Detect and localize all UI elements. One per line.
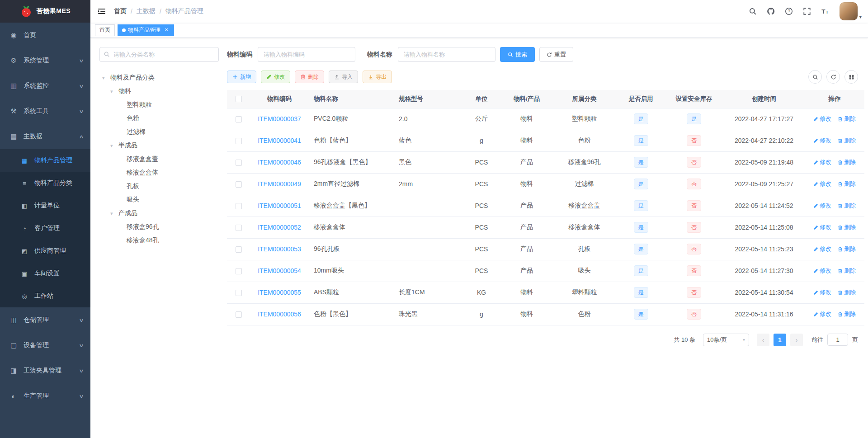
sidebar-item-fixture-management[interactable]: ◨工装夹具管理∨ [0,358,90,383]
row-edit-link[interactable]: 修改 [813,115,831,123]
safety-stock-tag[interactable]: 否 [687,287,701,298]
add-button[interactable]: 新增 [227,71,256,83]
tab-home[interactable]: 首页 [95,24,115,36]
hamburger-icon[interactable] [90,0,113,23]
columns-icon[interactable] [844,70,858,84]
material-code-link[interactable]: ITEM00000055 [258,289,301,296]
tree-node[interactable]: ▾产成品 [99,207,219,220]
sidebar-item-warehouse-management[interactable]: ◫仓储管理∨ [0,307,90,333]
material-code-link[interactable]: ITEM00000053 [258,245,301,253]
safety-stock-tag[interactable]: 否 [687,222,701,233]
safety-stock-tag[interactable]: 否 [687,309,701,320]
enabled-tag[interactable]: 是 [634,157,648,168]
row-delete-link[interactable]: 删除 [838,245,856,253]
row-delete-link[interactable]: 删除 [838,310,856,318]
tree-node[interactable]: 塑料颗粒 [99,98,219,112]
sidebar-subitem-workstation[interactable]: ◎工作站 [0,285,90,307]
row-checkbox[interactable] [236,181,242,188]
tree-node[interactable]: 移液盒96孔 [99,220,219,234]
row-checkbox[interactable] [236,246,242,253]
question-icon[interactable]: ? [780,0,798,23]
row-delete-link[interactable]: 删除 [838,223,856,231]
row-edit-link[interactable]: 修改 [813,137,831,145]
category-search-input[interactable] [99,47,219,62]
material-code-link[interactable]: ITEM00000056 [258,311,301,318]
github-icon[interactable] [762,0,780,23]
sidebar-subitem-measure-unit[interactable]: ◧计量单位 [0,194,90,217]
material-code-link[interactable]: ITEM00000037 [258,115,301,122]
enabled-tag[interactable]: 是 [634,244,648,254]
row-checkbox[interactable] [236,203,242,209]
safety-stock-tag[interactable]: 是 [687,113,701,124]
row-checkbox[interactable] [236,268,242,274]
enabled-tag[interactable]: 是 [634,179,648,189]
row-checkbox[interactable] [236,290,242,296]
material-code-link[interactable]: ITEM00000052 [258,224,301,231]
row-delete-link[interactable]: 删除 [838,158,856,166]
row-edit-link[interactable]: 修改 [813,202,831,210]
row-edit-link[interactable]: 修改 [813,158,831,166]
tree-node[interactable]: 孔板 [99,179,219,193]
app-logo[interactable]: 苦糖果MES [0,0,90,23]
material-code-link[interactable]: ITEM00000041 [258,137,301,144]
prev-page-button[interactable]: ‹ [757,334,769,346]
page-1-button[interactable]: 1 [774,334,786,346]
sidebar-subitem-customer-management[interactable]: ◔客户管理 [0,217,90,240]
enabled-tag[interactable]: 是 [634,222,648,233]
row-checkbox[interactable] [236,138,242,144]
select-all-checkbox[interactable] [236,96,242,102]
edit-button[interactable]: 修改 [261,71,290,83]
row-checkbox[interactable] [236,160,242,166]
delete-button[interactable]: 删除 [295,71,324,83]
close-icon[interactable]: × [163,27,170,33]
search-icon[interactable] [808,70,822,84]
fullscreen-icon[interactable] [798,0,816,23]
row-edit-link[interactable]: 修改 [813,245,831,253]
safety-stock-tag[interactable]: 否 [687,135,701,146]
row-edit-link[interactable]: 修改 [813,180,831,188]
row-delete-link[interactable]: 删除 [838,202,856,210]
material-code-link[interactable]: ITEM00000054 [258,267,301,274]
font-size-icon[interactable]: TT [816,0,834,23]
row-delete-link[interactable]: 删除 [838,137,856,145]
sidebar-item-system-tools[interactable]: ⚒系统工具∨ [0,99,90,124]
goto-page-input[interactable] [827,334,848,346]
row-checkbox[interactable] [236,311,242,318]
search-button[interactable]: 搜索 [500,47,535,62]
material-code-link[interactable]: ITEM00000046 [258,159,301,166]
tree-node[interactable]: 吸头 [99,193,219,207]
breadcrumb-item[interactable]: 首页 [114,7,127,15]
search-icon[interactable] [744,0,762,23]
safety-stock-tag[interactable]: 否 [687,200,701,211]
tree-node[interactable]: 色粉 [99,112,219,125]
safety-stock-tag[interactable]: 否 [687,244,701,254]
enabled-tag[interactable]: 是 [634,200,648,211]
enabled-tag[interactable]: 是 [634,309,648,320]
row-edit-link[interactable]: 修改 [813,310,831,318]
row-delete-link[interactable]: 删除 [838,180,856,188]
tree-node[interactable]: 移液盒盒盖 [99,152,219,166]
row-checkbox[interactable] [236,116,242,122]
sidebar-item-system-management[interactable]: ⚙系统管理∨ [0,48,90,73]
safety-stock-tag[interactable]: 否 [687,265,701,276]
tree-node[interactable]: 移液盒48孔 [99,234,219,247]
tree-node[interactable]: 过滤棉 [99,125,219,139]
sidebar-subitem-workshop-settings[interactable]: ▣车间设置 [0,262,90,285]
enabled-tag[interactable]: 是 [634,135,648,146]
material-code-link[interactable]: ITEM00000051 [258,202,301,209]
row-edit-link[interactable]: 修改 [813,288,831,297]
enabled-tag[interactable]: 是 [634,287,648,298]
safety-stock-tag[interactable]: 否 [687,179,701,189]
enabled-tag[interactable]: 是 [634,265,648,276]
sidebar-item-home[interactable]: ◉首页 [0,23,90,48]
material-name-input[interactable] [398,47,495,62]
material-code-input[interactable] [258,47,355,62]
sidebar-subitem-material-product-management[interactable]: ▦物料产品管理 [0,149,90,172]
tree-node[interactable]: ▾半成品 [99,139,219,152]
sidebar-subitem-material-product-category[interactable]: ≡物料产品分类 [0,172,90,194]
row-delete-link[interactable]: 删除 [838,115,856,123]
sidebar-item-production-management[interactable]: ◐生产管理∨ [0,383,90,409]
sidebar-item-system-monitor[interactable]: ▥系统监控∨ [0,73,90,99]
export-button[interactable]: 导出 [363,71,392,83]
tree-node[interactable]: ▾物料 [99,85,219,98]
